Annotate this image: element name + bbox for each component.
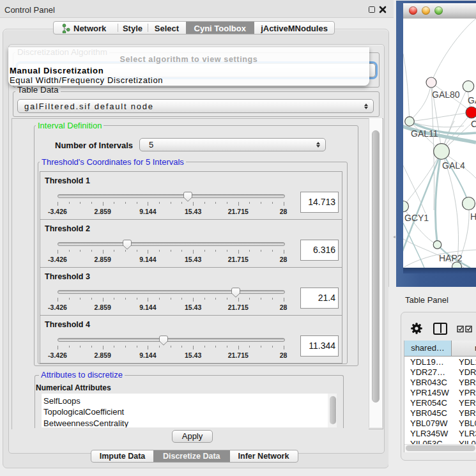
svg-text:C: C: [471, 119, 476, 129]
svg-text:GCY1: GCY1: [404, 213, 429, 223]
svg-text:HAP2: HAP2: [439, 253, 463, 263]
svg-text:GA: GA: [468, 95, 476, 105]
svg-text:GAL80: GAL80: [432, 89, 460, 100]
svg-text:H: H: [470, 211, 476, 222]
svg-text:GAL4: GAL4: [442, 160, 465, 171]
svg-text:GAL11: GAL11: [411, 128, 438, 139]
